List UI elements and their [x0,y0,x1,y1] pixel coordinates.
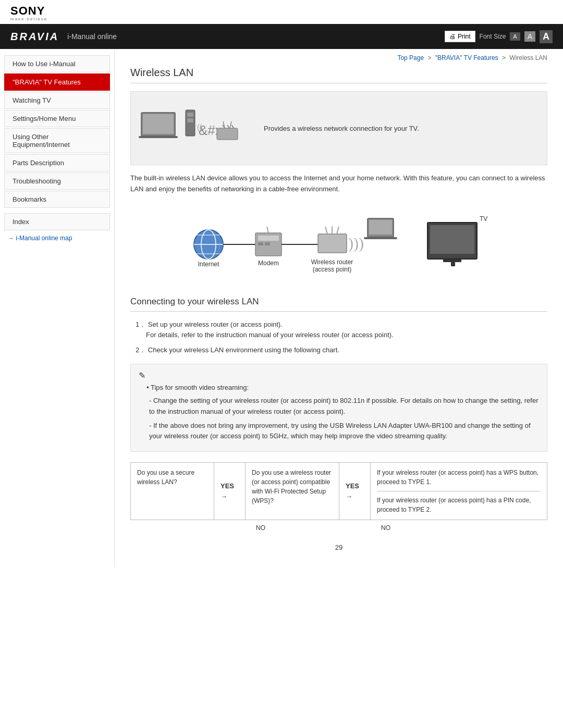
svg-rect-35 [443,259,461,262]
font-large-button[interactable]: A [540,30,553,43]
dc-yes-arrow-2: YES → [339,463,371,520]
no-label-1: NO [245,524,276,532]
nav-title: i-Manual online [67,32,117,41]
svg-rect-25 [318,234,347,253]
sidebar-item-settings-home-menu[interactable]: Settings/Home Menu [4,110,110,127]
svg-rect-34 [430,225,474,254]
breadcrumb: Top Page > "BRAVIA" TV Features > Wirele… [130,54,547,61]
breadcrumb-bravia-features[interactable]: "BRAVIA" TV Features [435,54,498,61]
breadcrumb-current: Wireless LAN [509,54,547,61]
sidebar-item-parts-description[interactable]: Parts Description [4,154,110,171]
no-labels-row: NO NO [130,520,547,536]
sidebar-item-index[interactable]: Index [4,213,110,230]
note-dash-1: - Change the setting of your wireless ro… [149,396,539,417]
svg-text:))): ))) [348,235,364,252]
svg-text:TV: TV [480,215,487,223]
svg-text:(access point): (access point) [313,266,352,273]
svg-rect-19 [258,236,279,241]
content-area: Top Page > "BRAVIA" TV Features > Wirele… [115,49,563,567]
note-dash-2: - If the above does not bring any improv… [149,421,539,442]
dc-yes2-text: YES → [346,481,364,501]
svg-line-22 [267,227,268,233]
step-1: 1． Set up your wireless router (or acces… [136,319,547,341]
note-bullet: Tips for smooth video streaming: [146,384,539,391]
dc-answer-bottom: If your wireless router (or access point… [377,496,541,514]
svg-text:Internet: Internet [198,261,219,268]
sidebar-map-link[interactable]: i-Manual online map [8,235,106,242]
sidebar-item-how-to-use[interactable]: How to Use i-Manual [4,55,110,72]
sidebar-item-troubleshooting[interactable]: Troubleshooting [4,172,110,190]
diagram-box-1: &#x))) (( Provides a wireless network co… [130,91,547,165]
decision-chart: Do you use a secure wireless LAN? YES → … [130,462,547,520]
svg-line-26 [325,227,327,234]
breadcrumb-sep2: > [502,54,506,61]
svg-rect-20 [258,242,263,245]
sony-tagline: make.believe [10,17,47,21]
diagram-description: Provides a wireless network connection f… [264,125,539,132]
page-title: Wireless LAN [130,67,547,83]
nav-bar-right: 🖨 Print Font Size A A A [445,30,553,43]
dc-answer-top: If your wireless router (or access point… [377,468,541,491]
svg-rect-7 [217,128,238,140]
no-label-spacer-1 [130,524,245,532]
sony-logo-block: SONY make.believe [10,5,47,21]
breadcrumb-top-page[interactable]: Top Page [397,54,424,61]
dc-question-1: Do you use a secure wireless LAN? [131,463,214,520]
print-icon: 🖨 [449,33,456,40]
diagram-svg-area: Internet Modem ))) [130,203,547,286]
sidebar: How to Use i-Manual "BRAVIA" TV Features… [0,49,115,567]
svg-line-28 [337,227,339,234]
no-label-spacer-2 [276,524,370,532]
note-box: ✎ Tips for smooth video streaming: - Cha… [130,364,547,452]
sidebar-item-using-other-equipment[interactable]: Using Other Equipment/Internet [4,128,110,153]
dc-q2-text: Do you use a wireless router (or access … [252,469,331,504]
section-title-connecting: Connecting to your wireless LAN [130,297,547,312]
main-layout: How to Use i-Manual "BRAVIA" TV Features… [0,49,563,567]
dc-q1-text: Do you use a secure wireless LAN? [137,469,194,486]
no-label-2: NO [370,524,401,532]
step-1-sub: For details, refer to the instruction ma… [146,330,547,341]
dc-question-2: Do you use a wireless router (or access … [246,463,339,520]
sony-logo: SONY [10,4,45,17]
svg-rect-31 [369,220,392,235]
dc-yes-arrow-1: YES → [214,463,246,520]
note-icon: ✎ [139,371,539,380]
breadcrumb-sep1: > [427,54,431,61]
step-2-text: Check your wireless LAN environment usin… [148,346,339,354]
svg-text:((: (( [197,123,202,131]
svg-rect-4 [187,113,193,117]
sidebar-item-watching-tv[interactable]: Watching TV [4,92,110,109]
numbered-list: 1． Set up your wireless router (or acces… [136,319,547,356]
font-size-label: Font Size [480,33,506,40]
step-2-number: 2． [136,346,146,354]
svg-text:Wireless router: Wireless router [311,258,353,266]
sidebar-item-bookmarks[interactable]: Bookmarks [4,191,110,208]
print-label: Print [458,33,471,40]
dc-yes1-text: YES → [221,481,239,501]
description-text: The built-in wireless LAN device allows … [130,173,547,195]
svg-rect-5 [187,118,193,122]
svg-text:Modem: Modem [258,260,279,267]
sidebar-item-bravia-tv-features[interactable]: "BRAVIA" TV Features [4,73,110,91]
top-bar: SONY make.believe [0,0,563,24]
svg-rect-32 [364,237,397,239]
svg-rect-21 [265,242,270,245]
page-number: 29 [130,544,547,551]
font-medium-button[interactable]: A [524,31,535,42]
bravia-logo: BRAVIA [10,31,59,43]
svg-rect-36 [451,262,455,266]
print-button[interactable]: 🖨 Print [445,31,475,42]
svg-rect-1 [143,114,174,134]
font-small-button[interactable]: A [510,32,520,41]
diagram-illustration-1: &#x))) (( [139,100,253,157]
nav-bar: BRAVIA i-Manual online 🖨 Print Font Size… [0,24,563,49]
svg-rect-2 [139,136,178,138]
step-2: 2． Check your wireless LAN environment u… [136,345,547,356]
dc-answer: If your wireless router (or access point… [371,463,547,520]
step-1-text: Set up your wireless router (or access p… [148,320,283,328]
step-1-number: 1． [136,320,146,328]
nav-bar-left: BRAVIA i-Manual online [10,31,117,43]
network-diagram-2: Internet Modem ))) [182,203,495,286]
